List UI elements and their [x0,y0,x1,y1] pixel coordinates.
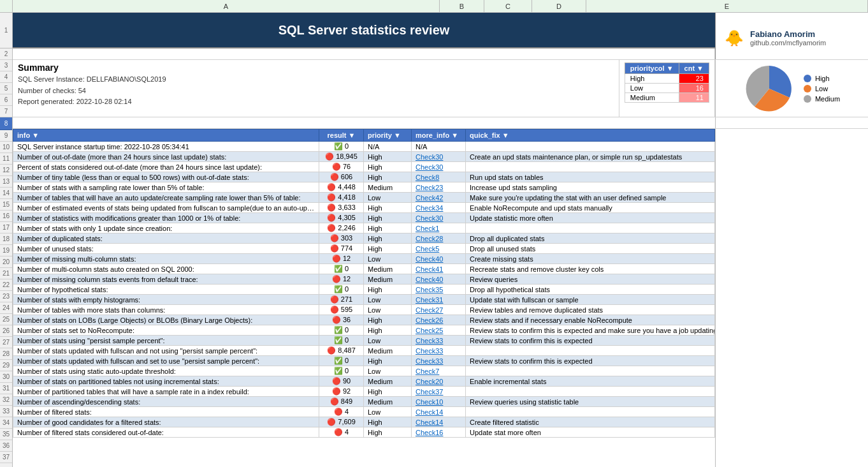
summary-line-3: Report generated: 2022-10-28 02:14 [18,96,614,108]
cnt-col-header[interactable]: cnt ▼ [679,63,709,74]
cell-moreinfo[interactable]: Check1 [412,223,466,234]
table-row: Number of stats with only 1 update since… [13,223,715,234]
more-info-link[interactable]: Check31 [416,296,443,304]
status-error-icon: 🔴 [332,255,341,262]
more-info-link[interactable]: Check14 [416,408,443,416]
more-info-link[interactable]: Check33 [416,357,443,365]
cell-priority: Medium [364,397,412,407]
cell-moreinfo[interactable]: Check10 [412,397,466,407]
more-info-link[interactable]: Check27 [416,306,443,314]
cell-moreinfo[interactable]: Check30 [412,162,466,172]
cell-info: Number of good candidates for a filtered… [13,417,319,427]
more-info-link[interactable]: Check40 [416,255,443,263]
status-ok-icon: ✅ [334,357,343,364]
result-value: 4,418 [336,193,356,201]
th-moreinfo[interactable]: more_info ▼ [412,130,466,142]
more-info-link[interactable]: Check41 [416,265,443,273]
more-info-link[interactable]: Check7 [416,367,439,375]
cell-moreinfo[interactable]: Check5 [412,244,466,254]
cell-moreinfo[interactable]: Check42 [412,193,466,203]
author-info: Fabiano Amorim github.com/mcflyamorim [750,29,826,47]
more-info-link[interactable]: Check14 [416,419,443,426]
more-info-link[interactable]: Check37 [416,388,443,396]
cell-result: 🔴 3,633 [319,203,364,213]
more-info-link[interactable]: Check1 [416,225,439,232]
cell-moreinfo[interactable]: Check41 [412,264,466,274]
result-value: 36 [341,316,351,323]
cell-moreinfo[interactable]: Check30 [412,213,466,223]
cell-moreinfo[interactable]: Check14 [412,407,466,417]
priority-col-header[interactable]: prioritycol ▼ [625,63,679,74]
cell-quickfix [466,223,715,234]
more-info-link[interactable]: Check30 [416,163,443,171]
more-info-link[interactable]: Check42 [416,194,443,202]
cell-moreinfo[interactable]: Check30 [412,152,466,162]
cell-moreinfo[interactable]: Check40 [412,254,466,264]
more-info-link[interactable]: Check25 [416,327,443,334]
more-info-link[interactable]: Check5 [416,245,439,253]
priority-row-high: High 23 [625,74,709,84]
cell-priority: High [364,162,412,172]
cell-info: Number of statistics with modifications … [13,213,319,223]
cell-moreinfo[interactable]: Check8 [412,172,466,182]
more-info-link[interactable]: Check16 [416,429,443,436]
cell-moreinfo[interactable]: Check31 [412,295,466,305]
cell-quickfix: Review stats to confirm this is expected… [466,325,715,336]
more-info-link[interactable]: Check34 [416,204,443,212]
more-info-link[interactable]: Check35 [416,286,443,293]
th-result[interactable]: result ▼ [319,130,364,142]
priority-high-cnt: 23 [679,74,709,84]
more-info-link[interactable]: Check33 [416,347,443,355]
cell-moreinfo[interactable]: Check23 [412,182,466,193]
cell-moreinfo[interactable]: Check33 [412,336,466,346]
more-info-link[interactable]: Check30 [416,214,443,222]
more-info-link[interactable]: Check23 [416,184,443,191]
cell-moreinfo[interactable]: Check40 [412,274,466,285]
cell-moreinfo[interactable]: Check33 [412,356,466,366]
cell-moreinfo[interactable]: Check37 [412,387,466,397]
cell-priority: High [364,356,412,366]
cell-info: Number of missing column stats events fr… [13,274,319,285]
cell-moreinfo[interactable]: N/A [412,142,466,152]
cell-moreinfo[interactable]: Check34 [412,203,466,213]
cell-moreinfo[interactable]: Check7 [412,366,466,376]
more-info-link[interactable]: Check10 [416,398,443,406]
more-info-link[interactable]: Check26 [416,316,443,324]
cell-moreinfo[interactable]: Check16 [412,427,466,438]
cell-moreinfo[interactable]: Check27 [412,305,466,315]
table-row: Number of statistics with modifications … [13,213,715,223]
status-error-icon: 🔴 [327,214,336,221]
cell-moreinfo[interactable]: Check26 [412,315,466,325]
cell-moreinfo[interactable]: Check35 [412,285,466,295]
priority-row-medium: Medium 11 [625,93,709,103]
legend-high-label: High [815,75,830,82]
more-info-link[interactable]: Check20 [416,378,443,385]
status-error-icon: 🔴 [325,152,334,160]
cell-moreinfo[interactable]: Check33 [412,346,466,356]
cell-moreinfo[interactable]: Check28 [412,234,466,244]
table-row: Number of stats on LOBs (Large Objects) … [13,315,715,325]
cell-priority: High [364,417,412,427]
cell-result: 🔴 4 [319,407,364,417]
table-row: Number of unused stats:🔴 774HighCheck5Dr… [13,244,715,254]
th-priority[interactable]: priority ▼ [364,130,412,142]
cell-moreinfo[interactable]: Check20 [412,376,466,387]
more-info-link[interactable]: Check8 [416,174,439,181]
cell-moreinfo[interactable]: Check25 [412,325,466,336]
cell-info: Number of stats set to NoRecompute: [13,325,319,336]
status-ok-icon: ✅ [334,326,343,334]
more-info-link[interactable]: Check28 [416,235,443,242]
more-info-link[interactable]: Check30 [416,153,443,161]
status-error-icon: 🔴 [327,418,336,426]
cell-info: Number of stats updated with fullscan an… [13,346,319,356]
th-info[interactable]: info ▼ [13,130,319,142]
th-quickfix[interactable]: quick_fix ▼ [466,130,715,142]
cell-quickfix: Create missing stats [466,254,715,264]
cell-info: Number of tiny table (less than or equal… [13,172,319,182]
more-info-link[interactable]: Check33 [416,337,443,345]
cell-priority: Low [364,254,412,264]
data-table-container[interactable]: info ▼ result ▼ priority ▼ more_info ▼ q… [13,129,715,467]
cell-moreinfo[interactable]: Check14 [412,417,466,427]
priority-low-cnt: 16 [679,84,709,93]
more-info-link[interactable]: Check40 [416,276,443,283]
